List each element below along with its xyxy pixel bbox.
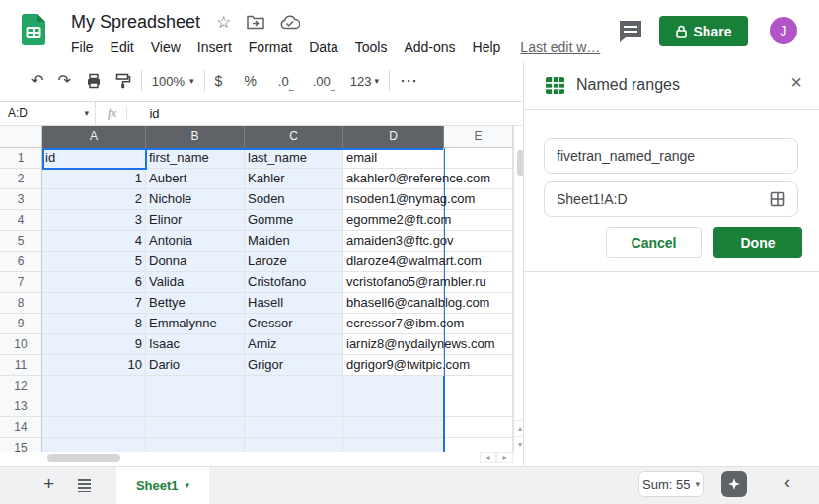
all-sheets-menu-icon[interactable] [78,479,91,492]
cell-C11[interactable]: Grigor [245,355,343,376]
more-toolbar-button[interactable]: ⋯ [400,72,417,90]
row-header-7[interactable]: 7 [0,272,42,293]
undo-button[interactable]: ↶ [31,73,43,89]
decrease-decimal-button[interactable]: .0 ← [278,74,289,89]
cell-A15[interactable] [42,438,146,452]
scroll-down-button[interactable]: ▾ [514,436,523,452]
format-percent-button[interactable]: % [244,73,256,89]
row-header-3[interactable]: 3 [0,189,42,210]
row-header-11[interactable]: 11 [0,355,42,376]
menu-tools[interactable]: Tools [355,39,388,55]
cell-D6[interactable]: dlaroze4@walmart.com [343,252,444,272]
select-all-corner[interactable] [0,126,42,148]
redo-button[interactable]: ↷ [57,73,70,89]
cell-B2[interactable]: Aubert [146,169,245,189]
cell-D12[interactable] [343,376,444,396]
cell-E13[interactable] [444,396,513,417]
cell-D8[interactable]: bhasell6@canalblog.com [343,293,444,314]
cell-B13[interactable] [146,396,245,417]
row-header-2[interactable]: 2 [0,169,42,189]
row-header-14[interactable]: 14 [0,417,42,438]
paint-format-button[interactable] [115,73,131,89]
share-button[interactable]: Share [659,16,748,46]
menu-insert[interactable]: Insert [197,39,232,55]
number-format-button[interactable]: 123 ▾ [350,74,379,89]
sheet-tab-sheet1[interactable]: Sheet1 ▾ [116,467,209,504]
cell-D11[interactable]: dgrigor9@twitpic.com [343,355,444,376]
done-button[interactable]: Done [713,227,802,258]
cell-A4[interactable]: 3 [42,210,146,231]
cell-B11[interactable]: Dario [146,355,245,376]
comment-history-icon[interactable] [618,19,645,44]
scroll-left-button[interactable]: ◂ [480,452,496,463]
column-header-B[interactable]: B [146,126,245,148]
cell-E5[interactable] [444,231,513,252]
increase-decimal-button[interactable]: .00 → [313,74,331,89]
cell-B4[interactable]: Elinor [146,210,245,231]
cell-C14[interactable] [245,417,343,438]
cell-D13[interactable] [343,396,444,417]
cell-B7[interactable]: Valida [146,272,245,293]
cell-A7[interactable]: 6 [42,272,146,293]
column-header-A[interactable]: A [42,126,146,148]
print-button[interactable] [86,73,102,89]
cell-D14[interactable] [343,417,444,438]
sum-badge[interactable]: Sum: 55 ▾ [638,471,704,497]
cell-B9[interactable]: Emmalynne [146,314,245,334]
row-header-10[interactable]: 10 [0,334,42,355]
cell-C6[interactable]: Laroze [245,252,343,272]
row-header-8[interactable]: 8 [0,293,42,314]
menu-addons[interactable]: Add-ons [404,39,455,55]
range-ref-input[interactable]: Sheet1!A:D [544,181,798,217]
add-sheet-button[interactable]: + [43,473,54,495]
last-edit-link[interactable]: Last edit w… [520,39,600,55]
cell-A10[interactable]: 9 [42,334,146,355]
cell-A13[interactable] [42,396,146,417]
cell-A3[interactable]: 2 [42,189,146,210]
cell-A8[interactable]: 7 [42,293,146,314]
cell-C15[interactable] [245,438,343,452]
row-header-1[interactable]: 1 [0,148,42,169]
cell-C2[interactable]: Kahler [245,169,343,189]
cell-E15[interactable] [444,438,513,452]
cell-D1[interactable]: email [343,148,444,169]
format-currency-button[interactable]: $ [215,73,223,89]
horizontal-scrollbar[interactable]: ◂ ▸ [0,452,523,464]
row-header-12[interactable]: 12 [0,376,42,396]
cell-B1[interactable]: first_name [146,148,245,169]
row-header-4[interactable]: 4 [0,210,42,231]
cell-D7[interactable]: vcristofano5@rambler.ru [343,272,444,293]
cell-E14[interactable] [444,417,513,438]
column-header-E[interactable]: E [444,126,513,148]
cell-B6[interactable]: Donna [146,252,245,272]
horizontal-scrollbar-thumb[interactable] [47,454,120,462]
cell-A6[interactable]: 5 [42,252,146,272]
formula-input[interactable]: id [149,107,159,121]
cell-C13[interactable] [245,396,343,417]
cell-A2[interactable]: 1 [42,169,146,189]
vertical-scrollbar[interactable]: ▴ ▾ [513,126,523,452]
cell-B5[interactable]: Antonia [146,231,245,252]
cell-C8[interactable]: Hasell [245,293,343,314]
scroll-right-button[interactable]: ▸ [496,452,513,463]
cell-D10[interactable]: iarniz8@nydailynews.com [343,334,444,355]
menu-format[interactable]: Format [249,39,292,55]
cell-B8[interactable]: Bettye [146,293,245,314]
cell-B12[interactable] [146,376,245,396]
range-name-input[interactable]: fivetran_named_range [544,138,798,174]
cell-C4[interactable]: Gomme [245,210,343,231]
column-header-C[interactable]: C [245,126,343,148]
menu-view[interactable]: View [151,39,181,55]
menu-file[interactable]: File [71,39,94,55]
cell-A5[interactable]: 4 [42,231,146,252]
cell-B10[interactable]: Isaac [146,334,245,355]
zoom-control[interactable]: 100% ▾ [152,74,194,89]
cell-A9[interactable]: 8 [42,314,146,334]
collapse-panel-button[interactable]: ‹ [784,472,790,493]
cell-C10[interactable]: Arniz [245,334,343,355]
avatar[interactable]: J [770,17,797,44]
cell-C9[interactable]: Cressor [245,314,343,334]
cell-B3[interactable]: Nichole [146,189,245,210]
cell-A14[interactable] [42,417,146,438]
cell-D4[interactable]: egomme2@ft.com [343,210,444,231]
